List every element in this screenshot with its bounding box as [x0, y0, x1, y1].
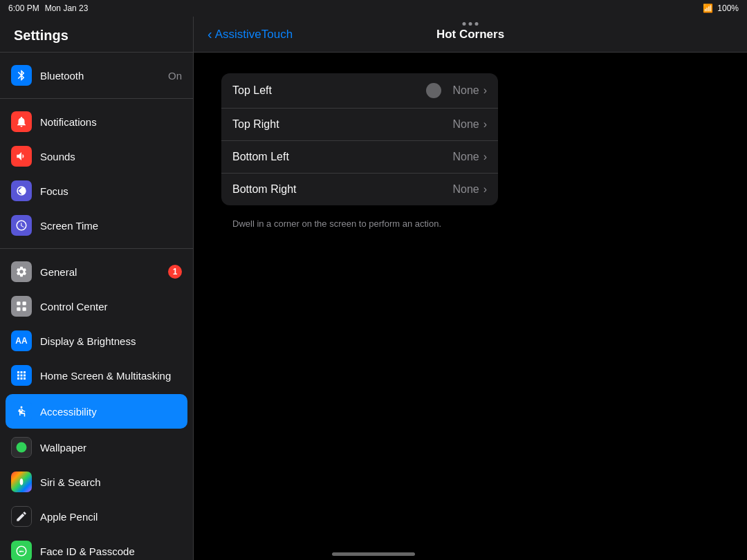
svg-point-5: [17, 442, 27, 453]
status-bar: 6:00 PM Mon Jan 23 📶 100%: [0, 0, 747, 17]
sidebar-item-home-screen[interactable]: Home Screen & Multitasking: [0, 358, 193, 393]
sidebar-item-sounds[interactable]: Sounds: [0, 139, 193, 174]
top-left-row[interactable]: Top Left None ›: [221, 73, 498, 109]
sidebar-section-2: Notifications Sounds Focus: [0, 99, 193, 249]
sounds-label: Sounds: [40, 151, 182, 162]
top-right-chevron: ›: [483, 118, 487, 131]
sidebar-item-face-id[interactable]: Face ID & Passcode: [0, 534, 193, 560]
sounds-icon: [11, 146, 32, 167]
bottom-right-right: None ›: [452, 183, 487, 196]
home-screen-icon: [11, 365, 32, 386]
top-left-chevron: ›: [483, 84, 487, 97]
accessibility-label: Accessibility: [40, 406, 182, 418]
focus-label: Focus: [40, 185, 182, 197]
nav-title: Hot Corners: [436, 28, 504, 41]
top-right-row[interactable]: Top Right None ›: [221, 109, 498, 141]
top-right-value: None: [452, 118, 479, 131]
svg-point-4: [21, 407, 23, 409]
sidebar-item-notifications[interactable]: Notifications: [0, 104, 193, 139]
svg-point-6: [20, 478, 24, 485]
hot-corners-card: Top Left None › Top Right None › Bottom …: [221, 73, 498, 205]
nav-dot-3: [475, 22, 479, 26]
control-center-label: Control Center: [40, 301, 182, 312]
focus-icon: [11, 180, 32, 201]
svg-rect-3: [23, 308, 26, 311]
wallpaper-label: Wallpaper: [40, 442, 182, 454]
sidebar: Settings Bluetooth On: [0, 17, 194, 560]
notifications-icon: [11, 111, 32, 132]
display-icon: AA: [11, 330, 32, 351]
bluetooth-label: Bluetooth: [40, 70, 160, 82]
general-label: General: [40, 266, 160, 278]
bottom-right-row[interactable]: Bottom Right None ›: [221, 174, 498, 205]
date: Mon Jan 23: [45, 3, 89, 13]
screen-time-label: Screen Time: [40, 220, 182, 232]
back-button[interactable]: ‹ AssistiveTouch: [208, 26, 293, 42]
bluetooth-value: On: [168, 70, 182, 82]
home-screen-label: Home Screen & Multitasking: [40, 370, 182, 382]
sidebar-item-accessibility[interactable]: Accessibility: [6, 394, 187, 429]
top-left-label: Top Left: [232, 84, 426, 97]
content-area: Top Left None › Top Right None › Bottom …: [194, 53, 747, 560]
siri-label: Siri & Search: [40, 476, 182, 488]
bottom-left-label: Bottom Left: [232, 151, 452, 163]
sidebar-item-display[interactable]: AA Display & Brightness: [0, 324, 193, 358]
apple-pencil-icon: [11, 506, 32, 527]
time: 6:00 PM: [8, 3, 39, 13]
sidebar-item-general[interactable]: General 1: [0, 254, 193, 289]
notifications-label: Notifications: [40, 116, 182, 128]
bottom-right-label: Bottom Right: [232, 183, 452, 196]
wifi-icon: 📶: [703, 3, 713, 13]
sidebar-item-apple-pencil[interactable]: Apple Pencil: [0, 499, 193, 534]
bottom-right-value: None: [452, 183, 479, 196]
nav-dot-2: [469, 22, 472, 26]
svg-rect-0: [17, 301, 20, 305]
nav-bar: ‹ AssistiveTouch Hot Corners: [194, 17, 747, 53]
bottom-left-value: None: [452, 151, 479, 163]
back-chevron-icon: ‹: [208, 26, 212, 42]
layout: Settings Bluetooth On: [0, 17, 747, 560]
sidebar-item-control-center[interactable]: Control Center: [0, 289, 193, 324]
top-left-handle[interactable]: [426, 83, 441, 98]
top-right-right: None ›: [452, 118, 487, 131]
status-left: 6:00 PM Mon Jan 23: [8, 3, 88, 13]
nav-dot-1: [463, 22, 466, 26]
accessibility-icon: [11, 401, 32, 422]
display-label: Display & Brightness: [40, 335, 182, 347]
general-icon: [11, 261, 32, 282]
control-center-icon: [11, 296, 32, 317]
face-id-icon: [11, 541, 32, 560]
nav-dots: [463, 22, 479, 26]
screen-time-icon: [11, 215, 32, 236]
sidebar-item-wallpaper[interactable]: Wallpaper: [0, 430, 193, 465]
top-right-label: Top Right: [232, 118, 452, 131]
sidebar-item-screen-time[interactable]: Screen Time: [0, 208, 193, 243]
sidebar-title: Settings: [0, 17, 193, 53]
status-right: 📶 100%: [703, 3, 739, 13]
bottom-right-chevron: ›: [483, 183, 487, 196]
back-label: AssistiveTouch: [215, 28, 293, 41]
bottom-left-row[interactable]: Bottom Left None ›: [221, 141, 498, 174]
sidebar-section-1: Bluetooth On: [0, 53, 193, 99]
svg-rect-2: [17, 308, 20, 311]
main-content: ‹ AssistiveTouch Hot Corners Top Left No…: [194, 17, 747, 560]
svg-rect-1: [23, 301, 26, 305]
bluetooth-icon: [11, 65, 32, 86]
apple-pencil-label: Apple Pencil: [40, 511, 182, 523]
top-left-value: None: [452, 84, 479, 97]
wallpaper-icon: [11, 437, 32, 458]
battery-level: 100%: [717, 3, 739, 13]
sidebar-item-focus[interactable]: Focus: [0, 174, 193, 208]
sidebar-item-siri[interactable]: Siri & Search: [0, 465, 193, 499]
siri-icon: [11, 472, 32, 492]
bottom-left-right: None ›: [452, 151, 487, 163]
sidebar-item-bluetooth[interactable]: Bluetooth On: [0, 58, 193, 93]
sidebar-section-3: General 1 Control Center AA Display & Br…: [0, 249, 193, 560]
hint-text: Dwell in a corner on the screen to perfo…: [221, 212, 719, 236]
face-id-label: Face ID & Passcode: [40, 545, 182, 557]
general-badge: 1: [168, 265, 182, 279]
home-indicator: [332, 552, 415, 556]
bottom-left-chevron: ›: [483, 151, 487, 163]
top-left-right: None ›: [452, 84, 487, 97]
